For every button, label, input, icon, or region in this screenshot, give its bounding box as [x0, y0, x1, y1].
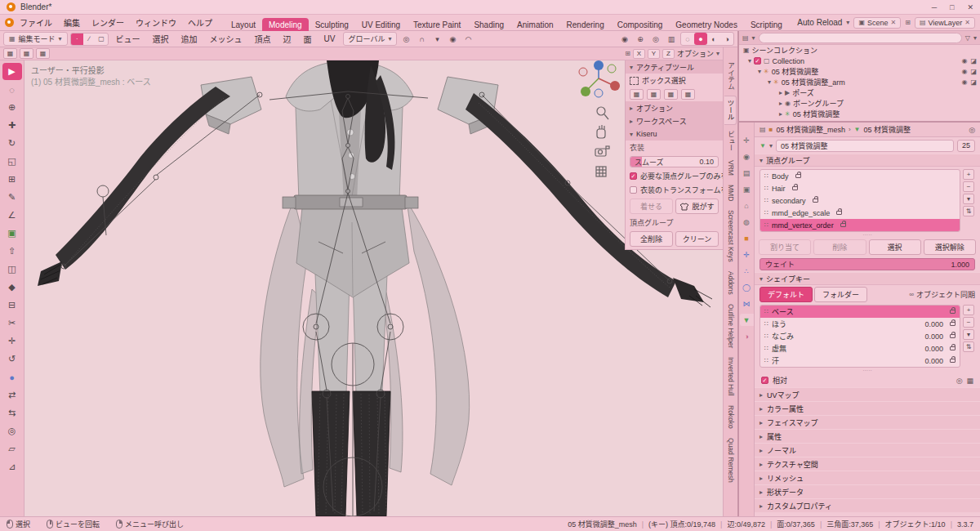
shading-rendered-icon[interactable]: ◑ — [720, 33, 733, 45]
tool-knife[interactable]: ✂ — [2, 315, 22, 332]
tool-scale[interactable]: ◱ — [2, 153, 22, 170]
particles-tab[interactable]: ∴ — [740, 265, 754, 277]
active-tool-row[interactable]: ボックス選択 — [626, 74, 723, 87]
tool-select-circle[interactable]: ◌ — [2, 81, 22, 98]
eye-icon[interactable]: ◉ — [961, 68, 967, 75]
mirror-z-button[interactable]: Z — [662, 49, 675, 59]
smooth-slider[interactable]: スムーズ 0.10 — [630, 156, 719, 167]
sidebar-tab-view[interactable]: ビュー — [725, 127, 737, 155]
checkbox-checked-icon[interactable]: ✓ — [630, 172, 637, 180]
sidebar-tab-mmd[interactable]: MMD — [726, 181, 736, 204]
outliner-row-armature-data[interactable]: ▸ ✳ 05 材質微調整 — [739, 109, 980, 119]
mode-extend-icon[interactable]: ▦ — [647, 89, 661, 100]
editor-type-caret-icon[interactable]: ▾ — [752, 34, 755, 42]
scene-unlink-icon[interactable]: ✕ — [890, 19, 896, 26]
material-tab[interactable]: ◑ — [740, 330, 754, 342]
mode-invert-icon[interactable]: ▦ — [681, 89, 695, 100]
sidebar-tab-quad-remesh[interactable]: Quad Remesh — [726, 435, 736, 486]
menu-uv[interactable]: UV — [319, 33, 341, 45]
add-key-button[interactable]: + — [963, 305, 974, 315]
menu-mesh[interactable]: メッシュ — [205, 31, 247, 47]
pivot-icon[interactable]: ◎ — [399, 33, 412, 45]
sidebar-tab-tool[interactable]: ツール — [724, 96, 737, 125]
sidebar-tab-vrm[interactable]: VRM — [726, 157, 736, 179]
section-geometry-data[interactable]: ▸形状データ — [755, 484, 980, 498]
tool-rip-region[interactable]: ⊿ — [2, 458, 22, 475]
section-attributes[interactable]: ▸属性 — [755, 429, 980, 443]
tab-folder[interactable]: フォルダー — [814, 287, 867, 302]
gizmos-icon[interactable]: ⊕ — [634, 33, 647, 45]
shading-material-icon[interactable]: ◐ — [707, 33, 720, 45]
section-normals[interactable]: ▸ノーマル — [755, 443, 980, 457]
tool-select-box[interactable]: ▶ — [2, 63, 22, 80]
outliner-row-armature-arm[interactable]: ▾ ✳ 05 材質微調整_arm ◉◪ — [739, 77, 980, 87]
options-caret-icon[interactable]: ▾ — [716, 50, 719, 57]
physics-tab[interactable]: ◯ — [740, 281, 754, 293]
editor-type-icon[interactable]: ▤ — [760, 126, 766, 133]
specials-menu-button[interactable]: ▾ — [963, 329, 974, 340]
constraints-tab[interactable]: ⋈ — [740, 297, 754, 310]
add-group-button[interactable]: + — [963, 169, 974, 180]
reorder-buttons[interactable]: ⇅ — [963, 341, 974, 352]
editor-type-icon[interactable]: ▤ — [742, 34, 749, 42]
sidebar-tab-addons[interactable]: Addons — [726, 268, 736, 298]
camera-icon[interactable]: ◪ — [970, 68, 977, 75]
tool-inset-faces[interactable]: ◫ — [2, 261, 22, 278]
gizmo-y-axis[interactable] — [581, 87, 590, 96]
sidebar-tab-item[interactable]: アイテム — [725, 59, 737, 93]
gizmo-z-neg[interactable] — [595, 89, 603, 97]
menu-help[interactable]: ヘルプ — [182, 15, 218, 30]
outliner-row-collection[interactable]: ▾ ✓ ▢ Collection ◉◪ — [739, 56, 980, 66]
mirror-x-button[interactable]: X — [633, 49, 645, 59]
specials-menu-button[interactable]: ▾ — [963, 194, 974, 204]
snap-caret-icon[interactable]: ▾ — [430, 33, 443, 45]
breadcrumb-data[interactable]: 05 材質微調整 — [864, 124, 911, 135]
expand-icon[interactable]: ▸ — [779, 89, 782, 96]
shape-key-row[interactable]: ∷ほう0.000 — [760, 318, 960, 330]
viewlayer-tab[interactable]: ▣ — [740, 183, 754, 195]
modifiers-tab[interactable]: ✛ — [740, 248, 754, 261]
mode-dropdown[interactable]: ▦ 編集モード ▾ — [3, 32, 68, 46]
workspace-tab-compositing[interactable]: Compositing — [611, 18, 670, 31]
workspace-tab-animation[interactable]: Animation — [510, 18, 559, 31]
workspace-tab-modeling[interactable]: Modeling — [262, 18, 309, 31]
menu-edit[interactable]: 編集 — [58, 15, 86, 30]
workspace-tab-shading[interactable]: Shading — [467, 18, 510, 31]
section-texture-space[interactable]: ▸テクスチャ空間 — [755, 457, 980, 471]
menu-window[interactable]: ウィンドウ — [130, 15, 182, 30]
vertex-group-row[interactable]: ∷secondary — [760, 194, 960, 207]
lock-icon[interactable] — [950, 334, 956, 338]
xray-toggle-icon[interactable]: ▥ — [665, 33, 678, 45]
blender-menu-icon[interactable] — [5, 18, 14, 27]
options-panel-header[interactable]: ▸ オプション — [626, 101, 723, 114]
workspace-tab-scripting[interactable]: Scripting — [744, 18, 789, 31]
kiseru-panel-header[interactable]: ▾ Kiseru — [626, 127, 723, 141]
sidebar-tab-screencast-keys[interactable]: Screencast Keys — [726, 207, 736, 266]
tool-cursor[interactable]: ⊕ — [2, 99, 22, 116]
filter-icon[interactable]: ▽ — [965, 34, 970, 42]
tool-tab[interactable]: ✛ — [740, 134, 754, 146]
collection-checkbox[interactable]: ✓ — [754, 57, 761, 65]
mirror-x-icon[interactable]: ▦ — [3, 48, 17, 59]
select-button[interactable]: 選択 — [869, 239, 921, 255]
mirror-y-icon[interactable]: ▦ — [20, 48, 33, 59]
sidebar-tab-rokoko[interactable]: Rokoko — [726, 402, 736, 432]
object-sync[interactable]: ∞ オブジェクト同期 — [909, 289, 975, 300]
tool-loop-cut[interactable]: ⊟ — [2, 297, 22, 314]
users-count[interactable]: 25 — [957, 140, 975, 152]
undress-button[interactable]: 脱がす — [675, 199, 719, 214]
lock-icon[interactable] — [795, 174, 801, 178]
edit-mode-icon[interactable]: ▦ — [966, 377, 973, 385]
workspace-tab-texture-paint[interactable]: Texture Paint — [407, 18, 467, 31]
object-tab[interactable]: ■ — [740, 232, 754, 244]
menu-select[interactable]: 選択 — [148, 31, 174, 47]
tool-edge-slide[interactable]: ⇄ — [2, 386, 22, 404]
expand-icon[interactable]: ▾ — [748, 57, 751, 65]
eye-icon[interactable]: ◉ — [961, 78, 967, 86]
edge-select-button[interactable]: ∕ — [83, 33, 96, 45]
maximize-button[interactable]: □ — [950, 3, 954, 11]
remove-button[interactable]: 削除 — [813, 239, 866, 255]
section-custom-properties[interactable]: ▸カスタムプロパティ — [755, 498, 980, 512]
shading-solid-icon[interactable]: ● — [694, 33, 707, 45]
workspace-tab-uv-editing[interactable]: UV Editing — [355, 18, 407, 31]
